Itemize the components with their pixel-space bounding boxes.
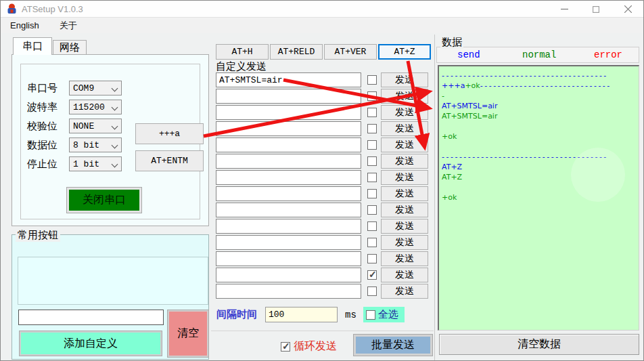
loop-send-row: 循环发送 bbox=[281, 339, 337, 354]
send-row: 发送 bbox=[216, 203, 428, 217]
select-all-label: 全选 bbox=[378, 308, 398, 321]
maximize-icon bbox=[593, 6, 599, 13]
interval-input[interactable] bbox=[265, 307, 338, 322]
send-button[interactable]: 发送 bbox=[381, 154, 428, 169]
row-checkbox[interactable] bbox=[367, 140, 377, 150]
command-input[interactable] bbox=[216, 219, 361, 234]
port-select[interactable]: COM9 bbox=[69, 81, 122, 95]
row-checkbox[interactable] bbox=[367, 286, 377, 296]
row-checkbox[interactable] bbox=[367, 173, 377, 182]
minimize-button[interactable] bbox=[549, 1, 580, 18]
row-checkbox[interactable] bbox=[367, 205, 377, 215]
log-line: AT+SMTSL=air bbox=[442, 111, 636, 121]
row-checkbox[interactable] bbox=[367, 189, 377, 198]
send-button[interactable]: 发送 bbox=[381, 121, 428, 136]
send-button[interactable]: 发送 bbox=[381, 235, 428, 250]
command-input[interactable] bbox=[216, 284, 361, 299]
send-row: 发送 bbox=[216, 72, 428, 87]
close-button[interactable] bbox=[612, 1, 643, 18]
legend-error: error bbox=[594, 49, 622, 60]
row-checkbox[interactable] bbox=[367, 238, 377, 247]
window-title: ATSetup V1.0.3 bbox=[22, 4, 83, 14]
data-log-area[interactable]: -------------------------------------- +… bbox=[438, 65, 639, 331]
row-checkbox[interactable] bbox=[367, 108, 377, 117]
at-ver-button[interactable]: AT+VER bbox=[324, 44, 377, 60]
stopbits-select[interactable]: 1 bit bbox=[69, 156, 122, 171]
send-row: 发送 bbox=[216, 137, 428, 152]
send-button[interactable]: 发送 bbox=[381, 89, 428, 104]
command-input[interactable] bbox=[216, 72, 361, 87]
send-button[interactable]: 发送 bbox=[381, 72, 428, 87]
tab-network[interactable]: 网络 bbox=[53, 40, 87, 55]
common-command-input[interactable] bbox=[18, 310, 164, 325]
loop-send-label: 循环发送 bbox=[294, 339, 337, 354]
row-checkbox[interactable] bbox=[367, 124, 377, 133]
log-line: - bbox=[442, 91, 636, 101]
command-input[interactable] bbox=[216, 137, 361, 152]
field-row-port: 串口号 COM9 bbox=[27, 81, 122, 95]
legend-normal: normal bbox=[522, 49, 556, 60]
menu-item-about[interactable]: 关于 bbox=[60, 20, 77, 32]
send-button[interactable]: 发送 bbox=[381, 105, 428, 120]
send-button[interactable]: 发送 bbox=[381, 284, 428, 299]
command-input[interactable] bbox=[216, 121, 361, 136]
at-z-button[interactable]: AT+Z bbox=[378, 44, 431, 60]
stopbits-label: 停止位 bbox=[27, 158, 69, 171]
close-serial-button[interactable]: 关闭串口 bbox=[67, 188, 141, 213]
parity-select[interactable]: NONE bbox=[69, 119, 122, 133]
send-button[interactable]: 发送 bbox=[381, 170, 428, 185]
command-input[interactable] bbox=[216, 105, 361, 120]
row-checkbox[interactable] bbox=[367, 270, 377, 280]
send-button[interactable]: 发送 bbox=[381, 268, 428, 282]
send-row: 发送 bbox=[216, 284, 428, 299]
send-row: 发送 bbox=[216, 154, 428, 169]
at-reld-button[interactable]: AT+RELD bbox=[270, 44, 323, 60]
send-button[interactable]: 发送 bbox=[381, 137, 428, 152]
send-row: 发送 bbox=[216, 121, 428, 136]
clear-data-button[interactable]: 清空数据 bbox=[439, 334, 639, 355]
tab-serial[interactable]: 串口 bbox=[13, 37, 52, 55]
send-button[interactable]: 发送 bbox=[381, 203, 428, 217]
baud-label: 波特率 bbox=[27, 101, 69, 114]
send-button[interactable]: 发送 bbox=[381, 186, 428, 201]
send-row: 发送 bbox=[216, 251, 428, 266]
baud-select[interactable]: 115200 bbox=[69, 100, 122, 114]
common-buttons-list[interactable] bbox=[18, 257, 208, 305]
chevron-down-icon bbox=[112, 162, 118, 167]
command-input[interactable] bbox=[216, 203, 361, 217]
log-line: +++a+ok------------------------------ bbox=[442, 81, 636, 91]
entm-button[interactable]: AT+ENTM bbox=[135, 150, 204, 171]
data-panel-title: 数据 bbox=[440, 36, 463, 49]
databits-select[interactable]: 8 bit bbox=[69, 137, 122, 152]
command-input[interactable] bbox=[216, 170, 361, 185]
batch-send-button[interactable]: 批量发送 bbox=[354, 335, 432, 356]
row-checkbox[interactable] bbox=[367, 91, 377, 101]
clear-common-button[interactable]: 清空 bbox=[168, 310, 208, 357]
row-checkbox[interactable] bbox=[367, 254, 377, 263]
vertical-divider bbox=[434, 35, 435, 361]
send-button[interactable]: 发送 bbox=[381, 251, 428, 266]
chevron-down-icon bbox=[112, 86, 118, 91]
send-button[interactable]: 发送 bbox=[381, 219, 428, 234]
command-input[interactable] bbox=[216, 268, 361, 282]
loop-send-checkbox[interactable] bbox=[281, 342, 290, 352]
row-checkbox[interactable] bbox=[367, 221, 377, 231]
command-input[interactable] bbox=[216, 235, 361, 250]
select-all-checkbox[interactable] bbox=[366, 310, 375, 320]
command-input[interactable] bbox=[216, 89, 361, 104]
row-checkbox[interactable] bbox=[367, 156, 377, 166]
command-input[interactable] bbox=[216, 154, 361, 169]
plus-a-button[interactable]: +++a bbox=[135, 123, 204, 144]
command-input[interactable] bbox=[216, 186, 361, 201]
row-checkbox[interactable] bbox=[367, 75, 377, 85]
command-input[interactable] bbox=[216, 251, 361, 266]
maximize-button[interactable] bbox=[580, 1, 612, 18]
minimize-icon bbox=[561, 5, 568, 13]
quick-command-row: AT+H AT+RELD AT+VER AT+Z bbox=[216, 44, 431, 60]
send-row: 发送 bbox=[216, 89, 428, 104]
add-custom-button[interactable]: 添加自定义 bbox=[20, 331, 162, 356]
at-h-button[interactable]: AT+H bbox=[216, 44, 269, 60]
interval-unit: ms bbox=[345, 310, 356, 320]
menu-item-english[interactable]: English bbox=[10, 20, 39, 30]
serial-settings-panel: 串口号 COM9 波特率 115200 校验位 NONE bbox=[12, 54, 209, 226]
